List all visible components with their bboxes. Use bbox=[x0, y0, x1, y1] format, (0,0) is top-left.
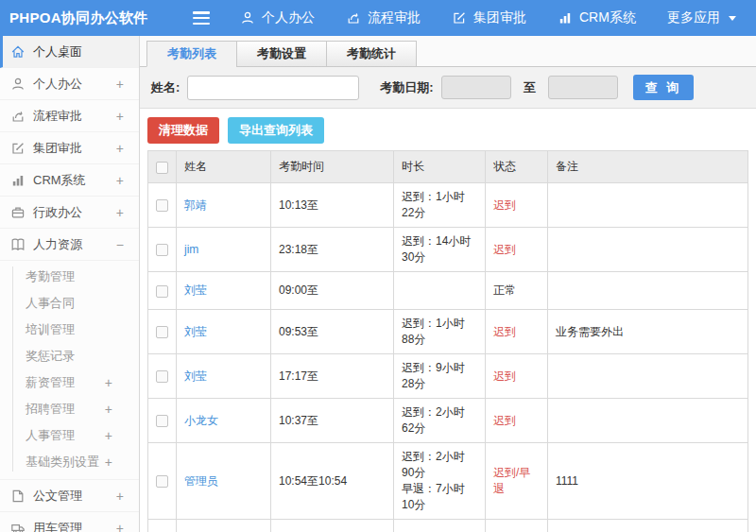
employee-name-link[interactable]: 刘莹 bbox=[184, 325, 207, 338]
row-checkbox[interactable] bbox=[156, 285, 168, 298]
name-cell: 郭靖 bbox=[177, 183, 271, 228]
date-to-input[interactable] bbox=[548, 76, 618, 99]
sidebar-subitem-base-category-settings[interactable]: 基础类别设置+ bbox=[0, 449, 139, 475]
sidebar-item-label: 公文管理 bbox=[33, 488, 116, 505]
app-brand: PHPOA协同办公软件 bbox=[0, 9, 180, 27]
nav-item-workflow-approval[interactable]: 流程审批 bbox=[346, 9, 421, 26]
tab-bar: 考勤列表考勤设置考勤统计 bbox=[140, 36, 756, 67]
duration-line: 迟到：2小时90分 bbox=[402, 449, 477, 481]
employee-name-link[interactable]: 刘莹 bbox=[184, 369, 207, 383]
sidebar-subitem-label: 薪资管理 bbox=[26, 374, 105, 391]
sidebar-item-crm-system[interactable]: CRM系统+ bbox=[0, 164, 139, 197]
collapse-minus-icon: − bbox=[116, 237, 124, 252]
sidebar-subitem-label: 基础类别设置 bbox=[26, 454, 105, 471]
sidebar-subitem-personnel-mgmt[interactable]: 人事管理+ bbox=[0, 422, 139, 449]
status-badge: 迟到 bbox=[493, 198, 516, 212]
sidebar-item-admin-office[interactable]: 行政办公+ bbox=[0, 197, 139, 229]
table-row: jim23:18至迟到：14小时30分迟到 bbox=[148, 228, 748, 272]
expand-plus-icon: + bbox=[116, 521, 124, 532]
row-checkbox[interactable] bbox=[156, 199, 168, 212]
row-checkbox-cell bbox=[148, 399, 177, 443]
time-cell: 09:53至 bbox=[271, 310, 394, 354]
sidebar-item-human-resources[interactable]: 人力资源− bbox=[0, 229, 139, 261]
sidebar-item-personal-office[interactable]: 个人办公+ bbox=[0, 68, 139, 100]
employee-name-link[interactable]: jim bbox=[184, 243, 198, 256]
caret-down-icon bbox=[729, 16, 736, 21]
table-row: 小龙女10:37至迟到：2小时62分迟到 bbox=[148, 399, 748, 443]
table-row: 王壹辉08:56至迟到：56分迟到 bbox=[148, 520, 748, 532]
tab-attendance-settings[interactable]: 考勤设置 bbox=[236, 41, 327, 67]
top-header: PHPOA协同办公软件 个人办公流程审批集团审批CRM系统更多应用 bbox=[0, 0, 756, 36]
tab-attendance-list[interactable]: 考勤列表 bbox=[146, 41, 237, 67]
nav-item-crm-system[interactable]: CRM系统 bbox=[558, 9, 636, 26]
query-button[interactable]: 查 询 bbox=[633, 75, 695, 100]
sidebar-subitem-attendance-mgmt[interactable]: 考勤管理 bbox=[0, 264, 139, 290]
note-cell bbox=[548, 399, 748, 443]
status-cell: 迟到 bbox=[486, 228, 548, 272]
expand-plus-icon: + bbox=[105, 375, 112, 390]
row-checkbox[interactable] bbox=[156, 475, 168, 488]
sidebar-item-vehicle-mgmt[interactable]: 用车管理+ bbox=[0, 512, 139, 532]
menu-toggle-icon[interactable] bbox=[193, 11, 212, 25]
status-cell: 迟到/早退 bbox=[486, 443, 548, 520]
sidebar-subitem-reward-punish-records[interactable]: 奖惩记录 bbox=[0, 343, 139, 369]
sidebar-item-group-approval[interactable]: 集团审批+ bbox=[0, 132, 139, 164]
table-row: 刘莹17:17至迟到：9小时28分迟到 bbox=[148, 354, 748, 399]
status-cell: 迟到 bbox=[486, 310, 548, 354]
sidebar-subitem-label: 奖惩记录 bbox=[26, 348, 112, 365]
employee-name-link[interactable]: 小龙女 bbox=[184, 414, 218, 427]
duration-cell: 迟到：1小时22分 bbox=[394, 183, 486, 228]
status-badge: 迟到 bbox=[493, 369, 516, 383]
clean-data-button[interactable]: 清理数据 bbox=[147, 117, 219, 144]
row-checkbox[interactable] bbox=[156, 244, 168, 256]
select-all-cell bbox=[148, 151, 177, 183]
duration-cell: 迟到：2小时62分 bbox=[394, 399, 486, 443]
nav-item-more-apps[interactable]: 更多应用 bbox=[667, 9, 736, 26]
row-checkbox[interactable] bbox=[156, 415, 168, 427]
sidebar-subitem-label: 考勤管理 bbox=[26, 268, 112, 285]
sidebar-subitem-hr-contract[interactable]: 人事合同 bbox=[0, 290, 139, 317]
nav-item-group-approval[interactable]: 集团审批 bbox=[452, 9, 526, 26]
status-cell: 迟到 bbox=[486, 520, 548, 532]
select-all-checkbox[interactable] bbox=[156, 162, 168, 174]
sidebar-item-workflow-approval[interactable]: 流程审批+ bbox=[0, 100, 139, 132]
to-label: 至 bbox=[524, 79, 536, 96]
sidebar-item-personal-desktop[interactable]: 个人桌面 bbox=[0, 36, 139, 68]
process-icon bbox=[346, 10, 361, 26]
tab-attendance-stats[interactable]: 考勤统计 bbox=[326, 41, 417, 67]
status-badge: 迟到/早退 bbox=[493, 466, 530, 495]
employee-name-link[interactable]: 刘莹 bbox=[184, 283, 207, 297]
note-cell bbox=[548, 354, 748, 399]
employee-name-link[interactable]: 郭靖 bbox=[184, 198, 207, 212]
expand-plus-icon: + bbox=[116, 77, 124, 92]
sidebar-subitem-recruit-mgmt[interactable]: 招聘管理+ bbox=[0, 396, 139, 422]
expand-plus-icon: + bbox=[116, 205, 124, 220]
sidebar-subitem-label: 招聘管理 bbox=[26, 401, 105, 418]
row-checkbox-cell bbox=[148, 183, 177, 228]
time-cell: 10:37至 bbox=[271, 399, 394, 443]
row-checkbox-cell bbox=[148, 310, 177, 354]
sidebar-subitem-salary-mgmt[interactable]: 薪资管理+ bbox=[0, 369, 139, 396]
time-cell: 23:18至 bbox=[271, 228, 394, 272]
note-cell: 业务需要外出 bbox=[548, 310, 748, 354]
row-checkbox[interactable] bbox=[156, 326, 168, 338]
date-from-input[interactable] bbox=[441, 76, 511, 99]
sidebar-subitem-training-mgmt[interactable]: 培训管理 bbox=[0, 317, 139, 343]
duration-cell: 迟到：56分 bbox=[394, 520, 486, 532]
name-input[interactable] bbox=[187, 76, 359, 100]
name-cell: 刘莹 bbox=[177, 272, 271, 310]
status-cell: 迟到 bbox=[486, 354, 548, 399]
column-header: 姓名 bbox=[177, 151, 271, 183]
employee-name-link[interactable]: 管理员 bbox=[184, 474, 218, 488]
time-cell: 10:54至10:54 bbox=[271, 443, 394, 520]
row-checkbox-cell bbox=[148, 443, 177, 520]
nav-item-personal-office[interactable]: 个人办公 bbox=[240, 9, 315, 26]
sidebar-subitem-label: 人事合同 bbox=[26, 295, 112, 312]
row-checkbox[interactable] bbox=[156, 370, 168, 383]
time-cell: 08:56至 bbox=[271, 520, 394, 532]
status-cell: 正常 bbox=[486, 272, 548, 310]
sidebar-item-document-mgmt[interactable]: 公文管理+ bbox=[0, 480, 139, 512]
status-badge: 迟到 bbox=[493, 414, 516, 427]
export-list-button[interactable]: 导出查询列表 bbox=[228, 117, 324, 144]
expand-plus-icon: + bbox=[105, 455, 112, 470]
